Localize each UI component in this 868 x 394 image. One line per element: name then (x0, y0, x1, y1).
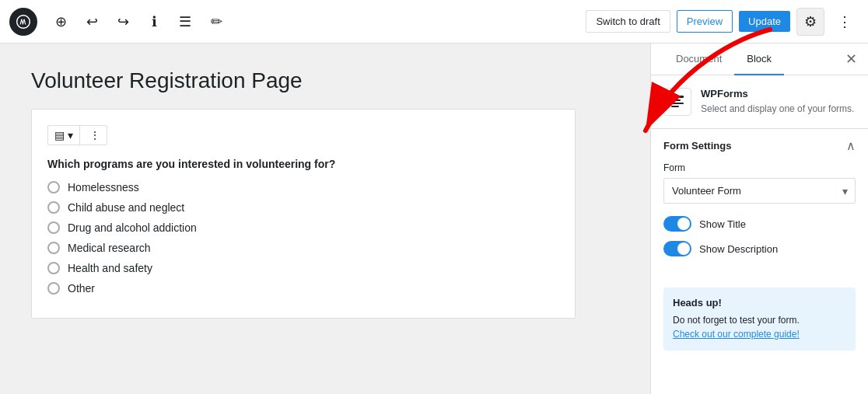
info-button[interactable]: ℹ (140, 8, 168, 36)
radio-icon (47, 282, 60, 295)
radio-icon (47, 221, 60, 234)
sidebar: Document Block ✕ WPForms Select and disp… (650, 44, 868, 394)
option-label: Child abuse and neglect (68, 201, 184, 214)
redo-button[interactable]: ↪ (109, 8, 137, 36)
dropdown-arrow-icon: ▾ (68, 129, 73, 141)
top-toolbar: ⊕ ↩ ↪ ℹ ☰ ✏ Switch to draft Preview Upda… (0, 0, 868, 44)
block-description: Select and display one of your forms. (701, 103, 854, 116)
option-label: Other (68, 282, 95, 295)
svg-rect-2 (671, 99, 681, 101)
block-title: WPForms (701, 88, 854, 99)
option-label: Drug and alcohol addiction (68, 221, 197, 234)
chevron-up-icon: ∧ (846, 138, 856, 153)
more-options-button[interactable]: ⋮ (831, 8, 859, 36)
list-item: Other (47, 282, 559, 295)
show-title-toggle[interactable] (663, 216, 691, 232)
list-view-button[interactable]: ☰ (171, 8, 199, 36)
undo-button[interactable]: ↩ (78, 8, 106, 36)
option-label: Medical research (68, 242, 151, 254)
radio-icon (47, 242, 60, 254)
wp-logo[interactable] (9, 8, 37, 36)
option-label: Health and safety (68, 262, 152, 274)
form-settings-title: Form Settings (663, 140, 731, 152)
sidebar-tabs: Document Block ✕ (651, 44, 868, 75)
show-title-label: Show Title (699, 218, 746, 230)
form-select[interactable]: Volunteer Form (663, 178, 856, 204)
switch-to-draft-button[interactable]: Switch to draft (586, 10, 670, 33)
svg-rect-4 (671, 106, 679, 107)
heads-up-box: Heads up! Do not forget to test your for… (663, 288, 856, 350)
block-details: WPForms Select and display one of your f… (701, 88, 854, 116)
form-more-button[interactable]: ⋮ (83, 126, 107, 145)
list-item: Child abuse and neglect (47, 201, 559, 214)
radio-icon (47, 181, 60, 194)
table-icon: ▤ (54, 129, 65, 141)
edit-button[interactable]: ✏ (202, 8, 230, 36)
heads-up-body: Do not forget to test your form. (673, 315, 800, 326)
show-description-toggle[interactable] (663, 241, 691, 256)
form-block-toolbar: ▤ ▾ ⋮ (47, 125, 107, 145)
list-item: Homelessness (47, 181, 559, 194)
preview-button[interactable]: Preview (677, 10, 733, 33)
form-select-wrapper: Volunteer Form ▾ (663, 178, 856, 204)
update-button[interactable]: Update (739, 11, 790, 32)
form-settings-header[interactable]: Form Settings ∧ (651, 129, 868, 162)
page-title: Volunteer Registration Page (31, 68, 619, 93)
option-label: Homelessness (68, 181, 139, 194)
heads-up-title: Heads up! (673, 297, 846, 309)
show-description-row: Show Description (663, 241, 856, 256)
show-description-label: Show Description (699, 243, 778, 255)
show-title-row: Show Title (663, 216, 856, 232)
block-info: WPForms Select and display one of your f… (651, 75, 868, 129)
settings-button[interactable]: ⚙ (796, 8, 824, 36)
main-layout: Volunteer Registration Page ▤ ▾ ⋮ Which … (0, 44, 868, 394)
block-icon (663, 88, 691, 116)
radio-icon (47, 201, 60, 214)
list-item: Health and safety (47, 262, 559, 274)
toolbar-left: ⊕ ↩ ↪ ℹ ☰ ✏ (9, 8, 586, 36)
tab-block[interactable]: Block (734, 44, 784, 75)
form-field-label: Form (663, 162, 856, 173)
form-block: ▤ ▾ ⋮ Which programs are you interested … (31, 109, 576, 319)
heads-up-text: Do not forget to test your form. Check o… (673, 313, 846, 341)
svg-rect-1 (671, 96, 684, 98)
svg-rect-3 (671, 103, 684, 104)
sidebar-close-button[interactable]: ✕ (840, 48, 862, 70)
tab-document[interactable]: Document (663, 44, 734, 75)
list-item: Drug and alcohol addiction (47, 221, 559, 234)
heads-up-link[interactable]: Check out our complete guide! (673, 329, 800, 340)
list-item: Medical research (47, 242, 559, 254)
form-view-toggle[interactable]: ▤ ▾ (48, 126, 80, 145)
add-block-button[interactable]: ⊕ (47, 8, 75, 36)
form-settings-body: Form Volunteer Form ▾ Show Title Show De… (651, 162, 868, 278)
editor-area: Volunteer Registration Page ▤ ▾ ⋮ Which … (0, 44, 650, 394)
radio-icon (47, 262, 60, 274)
toolbar-right: Switch to draft Preview Update ⚙ ⋮ (586, 8, 859, 36)
form-question: Which programs are you interested in vol… (47, 158, 559, 170)
